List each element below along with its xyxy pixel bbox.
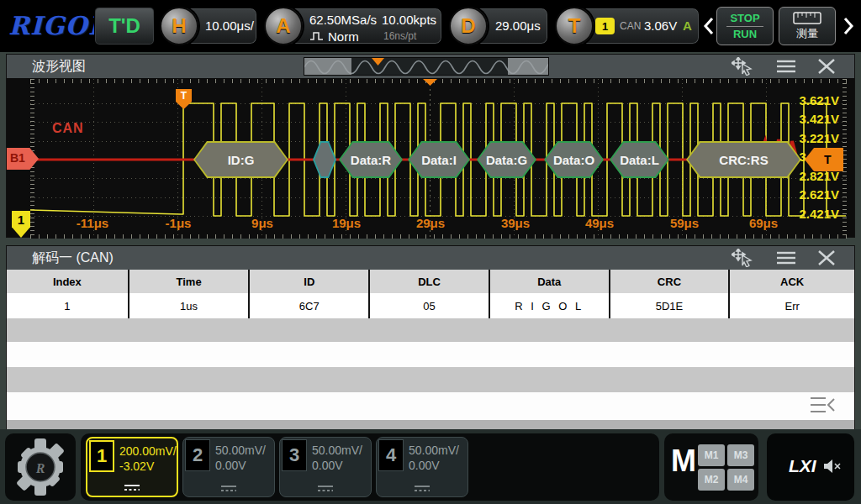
voltage-label-7: 2.421V	[772, 206, 839, 223]
cell-ack: Err	[730, 293, 854, 318]
voltage-label-3: 3.221V	[772, 130, 839, 147]
column-header-index: Index	[7, 270, 129, 293]
top-toolbar: RIGOL T'D 10.00μs/ H 62.50MSa/s Norm 10.…	[0, 0, 861, 52]
voltage-label-2: 3.421V	[772, 111, 839, 128]
cell-id: 6C7	[250, 293, 370, 318]
sample-resolution-value: 16ns/pt	[383, 30, 416, 42]
svg-text:R: R	[35, 461, 45, 475]
time-label-3: 9μs	[251, 216, 273, 230]
gear-icon: R	[5, 433, 76, 501]
math4-button[interactable]: M4	[727, 469, 754, 491]
channels-panel: 1 200.00mV/ -3.02V 2 50.00mV/ 0.00V 3	[81, 433, 659, 501]
drag-hand-icon[interactable]	[732, 57, 753, 76]
run-label: RUN	[733, 28, 757, 41]
bus-protocol-label: CAN	[52, 121, 84, 136]
rigol-logo: RIGOL	[8, 11, 107, 40]
system-gear-button[interactable]: R	[5, 433, 76, 501]
delay-settings-button[interactable]: 29.00μs D	[449, 7, 548, 45]
trigger-type-value: CAN	[620, 20, 641, 32]
horizontal-settings-button[interactable]: 10.00μs/ H	[160, 7, 257, 45]
measure-button[interactable]: 测量	[779, 7, 836, 45]
horizontal-knob-icon[interactable]: H	[160, 7, 198, 45]
column-header-ack: ACK	[730, 270, 854, 293]
decoder-panel-header: 解码一 (CAN)	[7, 246, 854, 270]
channel4-offset: 0.00V	[409, 459, 440, 472]
horizontal-position-minimap[interactable]	[304, 57, 549, 76]
ruler-icon	[793, 12, 821, 24]
math3-button[interactable]: M3	[727, 444, 754, 466]
speaker-muted-icon	[822, 458, 843, 475]
column-header-data: Data	[490, 270, 610, 293]
channel3-scale: 50.00mV/	[312, 444, 362, 457]
channel1-offset-flag[interactable]: 1	[12, 211, 30, 238]
acquire-knob-icon[interactable]: A	[264, 7, 303, 45]
acquire-mode-value: Norm	[328, 29, 359, 44]
stop-run-button[interactable]: STOP RUN	[716, 7, 774, 45]
dc-coupling-icon	[219, 485, 238, 492]
time-label-2: -1μs	[166, 216, 192, 230]
channel4-number: 4	[378, 439, 404, 471]
decode-bubble-stuff	[313, 141, 336, 178]
channel2-offset: 0.00V	[215, 459, 246, 472]
math2-button[interactable]: M2	[698, 469, 725, 491]
trigger-status-button[interactable]: T'D	[94, 7, 155, 45]
bottom-status-bar: R 1 200.00mV/ -3.02V 2 50.00mV/ 0.00V	[0, 429, 861, 504]
trigger-knob-icon[interactable]: T	[555, 7, 594, 45]
column-header-id: ID	[250, 270, 370, 293]
memory-depth-value: 10.00kpts	[382, 13, 436, 27]
dc-coupling-icon	[123, 484, 141, 491]
time-label-5: 29μs	[416, 216, 445, 230]
channel3-offset: 0.00V	[312, 459, 343, 472]
column-header-time: Time	[129, 270, 251, 293]
oscilloscope-screen: RIGOL T'D 10.00μs/ H 62.50MSa/s Norm 10.…	[0, 0, 861, 504]
lxi-status-panel[interactable]: LXI	[767, 433, 854, 501]
math1-button[interactable]: M1	[698, 444, 725, 466]
math-panel: M M1 M3 M2 M4	[664, 433, 758, 501]
empty-row-stripe	[7, 318, 854, 342]
decode-bubble-data4: Data:O	[544, 141, 604, 178]
time-label-4: 19μs	[332, 216, 361, 230]
dc-coupling-icon	[413, 485, 431, 492]
column-header-crc: CRC	[610, 270, 731, 293]
cell-time: 1us	[129, 293, 251, 318]
waveform-view-panel: 波形视图	[6, 54, 855, 238]
channel3-button[interactable]: 3 50.00mV/ 0.00V	[279, 437, 372, 497]
decode-bubble-data5: Data:L	[610, 141, 669, 178]
channel1-number: 1	[89, 440, 114, 472]
waveform-graticule: ID:G Data:R Data:I Data:G Data:O	[30, 79, 847, 239]
cell-crc: 5D1E	[610, 293, 731, 318]
decode-table-header: Index Time ID DLC Data CRC ACK	[7, 270, 854, 293]
time-label-7: 49μs	[585, 216, 614, 230]
empty-row-stripe	[7, 392, 854, 420]
time-label-9: 69μs	[749, 216, 778, 230]
waveform-panel-header: 波形视图	[7, 55, 854, 78]
trigger-settings-button[interactable]: 1 CAN 3.06V A T	[555, 7, 700, 45]
close-icon[interactable]	[816, 57, 837, 76]
waveform-panel-title: 波形视图	[32, 58, 86, 76]
voltage-label-6: 2.621V	[772, 186, 839, 203]
time-label-8: 59μs	[670, 216, 699, 230]
channel1-button[interactable]: 1 200.00mV/ -3.02V	[86, 437, 178, 497]
trigger-sweep-value: A	[683, 18, 692, 33]
menu-icon[interactable]	[775, 249, 797, 267]
channel4-button[interactable]: 4 50.00mV/ 0.00V	[376, 437, 468, 497]
acquire-settings-button[interactable]: 62.50MSa/s Norm 10.00kpts 16ns/pt A	[264, 7, 442, 45]
empty-row-stripe	[7, 342, 854, 367]
decode-bubble-id: ID:G	[193, 141, 288, 178]
toolbar-next-icon[interactable]	[843, 16, 854, 36]
toolbar-prev-icon[interactable]	[703, 16, 715, 36]
menu-icon[interactable]	[775, 57, 797, 76]
channel1-offset: -3.02V	[119, 459, 154, 473]
drag-hand-icon[interactable]	[732, 249, 753, 267]
stop-run-divider	[726, 26, 763, 27]
channel2-button[interactable]: 2 50.00mV/ 0.00V	[182, 437, 275, 497]
cell-data: R I G O L	[490, 293, 610, 318]
delay-knob-icon[interactable]: D	[449, 7, 488, 45]
close-icon[interactable]	[816, 249, 837, 267]
cell-dlc: 05	[370, 293, 490, 318]
stop-label: STOP	[730, 12, 759, 25]
minimap-right-shade	[508, 58, 548, 75]
empty-row-stripe	[7, 367, 854, 392]
decode-table-row[interactable]: 1 1us 6C7 05 R I G O L 5D1E Err	[7, 293, 854, 318]
collapse-list-icon[interactable]	[809, 394, 836, 416]
